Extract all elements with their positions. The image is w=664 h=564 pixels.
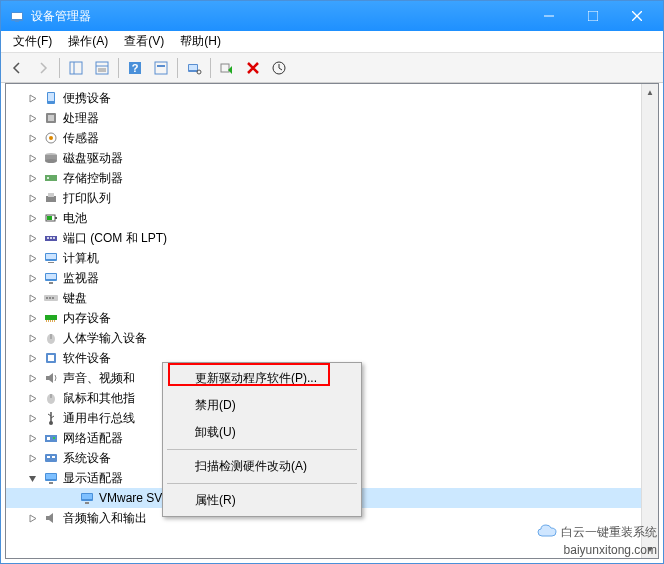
expand-icon[interactable] <box>26 452 39 465</box>
maximize-button[interactable] <box>571 1 615 31</box>
context-menu-item[interactable]: 禁用(D) <box>165 392 359 419</box>
tree-item-label: 音频输入和输出 <box>63 510 147 527</box>
context-menu: 更新驱动程序软件(P)...禁用(D)卸载(U)扫描检测硬件改动(A)属性(R) <box>162 362 362 517</box>
tree-item-label: 通用串行总线 <box>63 410 135 427</box>
expand-icon[interactable] <box>26 92 39 105</box>
printer-icon <box>43 190 59 206</box>
toolbar-separator <box>210 58 211 78</box>
tree-item-label: 磁盘驱动器 <box>63 150 123 167</box>
action-button[interactable] <box>149 56 173 80</box>
svg-point-68 <box>53 437 55 439</box>
expand-icon[interactable] <box>26 232 39 245</box>
expand-icon[interactable] <box>26 252 39 265</box>
svg-rect-25 <box>48 115 54 121</box>
tree-item[interactable]: 计算机 <box>6 248 658 268</box>
menu-action[interactable]: 操作(A) <box>60 31 116 52</box>
cpu-icon <box>43 110 59 126</box>
tree-item[interactable]: 监视器 <box>6 268 658 288</box>
expand-icon[interactable] <box>26 192 39 205</box>
minimize-button[interactable] <box>527 1 571 31</box>
svg-rect-70 <box>47 456 50 458</box>
svg-point-30 <box>45 159 57 163</box>
svg-rect-7 <box>70 62 82 74</box>
disk-icon <box>43 150 59 166</box>
watermark-text-1: 白云一键重装系统 <box>561 525 657 539</box>
tree-item-label: 传感器 <box>63 130 99 147</box>
help-button[interactable]: ? <box>123 56 147 80</box>
tree-item[interactable]: 存储控制器 <box>6 168 658 188</box>
tree-item[interactable]: 内存设备 <box>6 308 658 328</box>
app-icon <box>9 8 25 24</box>
network-icon <box>43 430 59 446</box>
svg-rect-44 <box>48 262 54 263</box>
svg-rect-67 <box>47 437 50 440</box>
tree-item[interactable]: 传感器 <box>6 128 658 148</box>
menu-file[interactable]: 文件(F) <box>5 31 60 52</box>
context-menu-item[interactable]: 更新驱动程序软件(P)... <box>165 365 359 392</box>
expand-icon[interactable] <box>26 272 39 285</box>
tree-item[interactable]: 人体学输入设备 <box>6 328 658 348</box>
battery-icon <box>43 210 59 226</box>
tree-item[interactable]: 打印队列 <box>6 188 658 208</box>
context-menu-item[interactable]: 属性(R) <box>165 487 359 514</box>
menu-help[interactable]: 帮助(H) <box>172 31 229 52</box>
tree-item-label: 处理器 <box>63 110 99 127</box>
expand-icon[interactable] <box>26 132 39 145</box>
tree-item-label: 人体学输入设备 <box>63 330 147 347</box>
expand-icon[interactable] <box>26 292 39 305</box>
tree-item-label: 内存设备 <box>63 310 111 327</box>
sensor-icon <box>43 130 59 146</box>
window-title: 设备管理器 <box>31 8 527 25</box>
context-menu-item[interactable]: 扫描检测硬件改动(A) <box>165 453 359 480</box>
menu-view[interactable]: 查看(V) <box>116 31 172 52</box>
tree-item[interactable]: 处理器 <box>6 108 658 128</box>
properties-button[interactable] <box>90 56 114 80</box>
uninstall-button[interactable] <box>241 56 265 80</box>
expand-icon[interactable] <box>26 172 39 185</box>
speaker-icon <box>43 510 59 526</box>
forward-button[interactable] <box>31 56 55 80</box>
expand-icon[interactable] <box>26 472 39 485</box>
expand-icon[interactable] <box>26 312 39 325</box>
svg-rect-15 <box>155 62 167 74</box>
expand-icon[interactable] <box>26 412 39 425</box>
scan-hardware-button[interactable] <box>182 56 206 80</box>
expand-icon[interactable] <box>26 432 39 445</box>
enable-button[interactable] <box>215 56 239 80</box>
update-driver-button[interactable] <box>267 56 291 80</box>
monitor-icon <box>43 270 59 286</box>
tree-item[interactable]: 便携设备 <box>6 88 658 108</box>
svg-rect-36 <box>55 217 57 219</box>
svg-rect-2 <box>15 21 19 22</box>
audio-icon <box>43 370 59 386</box>
expand-icon[interactable] <box>26 112 39 125</box>
expand-icon[interactable] <box>26 372 39 385</box>
svg-point-32 <box>47 177 49 179</box>
expand-icon[interactable] <box>26 332 39 345</box>
tree-item-label: 系统设备 <box>63 450 111 467</box>
tree-item[interactable]: 键盘 <box>6 288 658 308</box>
scroll-up-button[interactable]: ▲ <box>642 84 658 101</box>
vertical-scrollbar[interactable]: ▲ ▼ <box>641 84 658 558</box>
tree-item-label: 电池 <box>63 210 87 227</box>
svg-rect-43 <box>46 254 56 259</box>
context-menu-item[interactable]: 卸载(U) <box>165 419 359 446</box>
expand-icon[interactable] <box>26 152 39 165</box>
tree-item[interactable]: 磁盘驱动器 <box>6 148 658 168</box>
tree-item[interactable]: 电池 <box>6 208 658 228</box>
close-button[interactable] <box>615 1 659 31</box>
expand-icon[interactable] <box>26 512 39 525</box>
expand-icon[interactable] <box>26 212 39 225</box>
tree-item[interactable]: 端口 (COM 和 LPT) <box>6 228 658 248</box>
toolbar-separator <box>118 58 119 78</box>
expand-icon[interactable] <box>26 352 39 365</box>
svg-rect-73 <box>46 474 56 479</box>
back-button[interactable] <box>5 56 29 80</box>
svg-rect-18 <box>189 65 197 70</box>
svg-rect-16 <box>157 65 165 67</box>
svg-text:?: ? <box>132 62 139 74</box>
expand-icon[interactable] <box>26 392 39 405</box>
svg-rect-71 <box>52 456 55 458</box>
context-menu-separator <box>167 449 357 450</box>
show-hide-tree-button[interactable] <box>64 56 88 80</box>
